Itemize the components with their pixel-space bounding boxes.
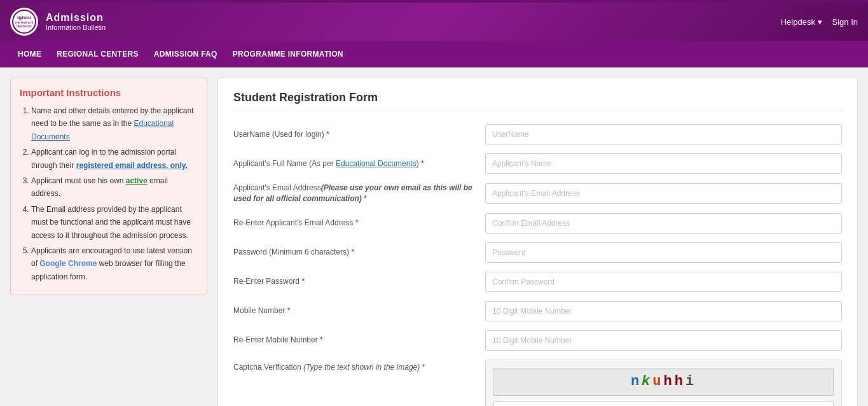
registration-form-panel: Student Registration Form UserName (Used… [217,78,858,406]
fullname-label: Applicant's Full Name (As per Educationa… [233,158,475,169]
svg-text:THE PEOPLE'S: THE PEOPLE'S [15,21,34,24]
mobile-row: Mobile Number * [233,301,842,321]
confirm-mobile-row: Re-Enter Mobile Number * [233,330,842,351]
captcha-box: nkuhhi * Click on the text to change [485,360,842,406]
mobile-input[interactable] [485,301,842,321]
confirm-email-input[interactable] [485,213,842,234]
nav-regional-centers[interactable]: REGIONAL CENTERS [49,41,146,67]
captcha-input[interactable] [493,401,834,406]
instruction-5: Applicants are encouraged to use latest … [31,244,198,283]
captcha-char-h: h [664,374,675,389]
email-input[interactable] [485,183,842,204]
ignou-logo: ignou THE PEOPLE'S UNIVERSITY [10,8,38,36]
captcha-char-k: k [642,374,652,389]
left-panel: Important Instructions Name and other de… [10,78,207,406]
nav-admission-faq[interactable]: ADMISSION FAQ [146,41,225,67]
helpdesk-button[interactable]: Helpdesk ▾ [781,17,822,27]
email-row: Applicant's Email Address(Please use you… [233,183,842,204]
confirm-email-label: Re-Enter Applicant's Email Address * [233,218,475,228]
username-input[interactable] [485,124,842,144]
confirm-password-label: Re-Enter Password * [233,276,475,287]
site-header: ignou THE PEOPLE'S UNIVERSITY Admission … [0,3,868,41]
instruction-2: Applicant can log in to the admission po… [31,146,198,172]
header-actions: Helpdesk ▾ Sign In [781,17,858,27]
username-required: * [326,130,329,139]
instruction-4: The Email address provided by the applic… [31,203,198,242]
confirm-mobile-required: * [320,335,323,344]
captcha-display-text: nkuhhi [631,374,696,389]
signin-button[interactable]: Sign In [832,17,858,27]
confirm-password-required: * [301,277,305,286]
captcha-char-n: n [631,374,642,389]
site-title: Admission [46,12,106,24]
captcha-required: * [422,363,425,372]
captcha-char-i: i [685,374,696,389]
svg-text:ignou: ignou [17,15,31,20]
instruction-3: Applicant must use his own active email … [31,174,198,200]
nav-home[interactable]: HOME [10,41,49,67]
form-title: Student Registration Form [233,91,842,111]
nav-items: HOME REGIONAL CENTERS ADMISSION FAQ PROG… [10,41,351,67]
navigation-bar: HOME REGIONAL CENTERS ADMISSION FAQ PROG… [0,41,868,67]
site-title-area: Admission Information Bulletin [46,12,106,31]
header-logo-area: ignou THE PEOPLE'S UNIVERSITY Admission … [10,8,106,36]
svg-text:UNIVERSITY: UNIVERSITY [17,25,32,28]
captcha-section: Captcha Verification (Type the text show… [233,360,842,406]
email-label: Applicant's Email Address(Please use you… [233,183,475,204]
instruction-1: Name and other details entered by the ap… [31,104,198,143]
email-required: * [364,194,367,203]
confirm-mobile-input[interactable] [485,330,842,351]
password-required: * [351,248,354,256]
captcha-char-u: u [652,374,663,389]
confirm-email-required: * [355,218,359,227]
instructions-box: Important Instructions Name and other de… [10,78,207,295]
confirm-mobile-label: Re-Enter Mobile Number * [233,335,475,346]
google-chrome-link[interactable]: Google Chrome [39,259,97,268]
username-label: UserName (Used for login) * [233,129,475,140]
mobile-required: * [287,306,291,315]
nav-programme-information[interactable]: PROGRAMME INFORMATION [225,41,351,67]
educational-docs-link-1[interactable]: Educational Documents [31,119,174,141]
captcha-char-h2: h [675,374,685,389]
password-input[interactable] [485,242,842,263]
captcha-image[interactable]: nkuhhi [493,368,834,396]
active-email-link: active [126,176,148,185]
confirm-email-row: Re-Enter Applicant's Email Address * [233,213,842,234]
fullname-input[interactable] [485,153,842,174]
fullname-required: * [421,159,424,168]
instructions-list: Name and other details entered by the ap… [20,104,198,283]
edu-docs-link-2[interactable]: Educational Documents [336,159,417,168]
registered-email-link[interactable]: registered email address, only. [76,161,188,170]
password-row: Password (Minimum 6 characters) * [233,242,842,263]
username-row: UserName (Used for login) * [233,124,842,144]
site-subtitle: Information Bulletin [46,24,106,31]
mobile-label: Mobile Number * [233,305,475,316]
password-label: Password (Minimum 6 characters) * [233,247,475,258]
confirm-password-input[interactable] [485,272,842,292]
captcha-label: Captcha Verification (Type the text show… [233,360,475,373]
main-content: Important Instructions Name and other de… [0,67,868,406]
fullname-row: Applicant's Full Name (As per Educationa… [233,153,842,174]
confirm-password-row: Re-Enter Password * [233,272,842,292]
instructions-title: Important Instructions [20,87,198,98]
